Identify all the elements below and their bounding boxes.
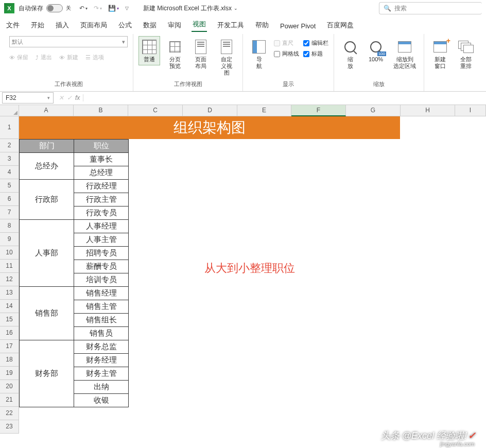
row-header-11[interactable]: 11 <box>0 260 19 273</box>
position-cell[interactable]: 销售经理 <box>74 286 129 300</box>
position-cell[interactable]: 财务总监 <box>74 340 129 353</box>
col-header-E[interactable]: E <box>237 105 291 116</box>
normal-view-button[interactable]: 普通 <box>138 36 160 65</box>
col-header-D[interactable]: D <box>183 105 237 116</box>
row-header-4[interactable]: 4 <box>0 166 19 179</box>
row-header-21[interactable]: 21 <box>0 393 19 407</box>
dept-cell[interactable]: 财务部 <box>20 340 74 407</box>
position-cell[interactable]: 收银 <box>74 393 129 407</box>
position-cell[interactable]: 总经理 <box>74 166 129 179</box>
col-header-H[interactable]: H <box>401 105 455 116</box>
undo-button[interactable]: ↶▾ <box>79 5 88 12</box>
tab-文件[interactable]: 文件 <box>5 19 21 32</box>
tab-数据[interactable]: 数据 <box>142 19 158 32</box>
tab-页面布局[interactable]: 页面布局 <box>79 19 108 32</box>
tab-视图[interactable]: 视图 <box>192 18 207 32</box>
row-header-9[interactable]: 9 <box>0 233 19 246</box>
row-header-3[interactable]: 3 <box>0 152 19 166</box>
position-cell[interactable]: 出纳 <box>74 380 129 393</box>
zoom-button[interactable]: 缩 放 <box>339 36 361 72</box>
new-window-button[interactable]: 新建窗口 <box>429 36 451 72</box>
position-cell[interactable]: 销售主管 <box>74 300 129 313</box>
row-header-18[interactable]: 18 <box>0 353 19 367</box>
qat-more[interactable]: ▽ <box>125 6 129 11</box>
redo-button[interactable]: ↷▾ <box>94 5 102 12</box>
row-header-16[interactable]: 16 <box>0 326 19 340</box>
row-header-12[interactable]: 12 <box>0 273 19 286</box>
options-view-button[interactable]: ☰选项 <box>85 54 104 61</box>
document-title[interactable]: 新建 Microsoft Excel 工作表.xlsx ⌄ <box>143 4 238 13</box>
position-cell[interactable]: 财务主管 <box>74 367 129 380</box>
col-header-F[interactable]: F <box>291 105 346 116</box>
headings-checkbox[interactable]: 标题 <box>303 50 328 58</box>
header-dept[interactable]: 部门 <box>20 139 74 152</box>
sheet-view-combo[interactable]: 默认▾ <box>9 36 128 47</box>
enter-formula-button[interactable]: ✓ <box>67 94 72 101</box>
save-button[interactable]: 💾▾ <box>108 5 119 12</box>
position-cell[interactable]: 行政主管 <box>74 193 129 206</box>
position-cell[interactable]: 行政经理 <box>74 179 129 193</box>
position-cell[interactable]: 销售员 <box>74 326 129 340</box>
position-cell[interactable]: 销售组长 <box>74 313 129 326</box>
col-header-I[interactable]: I <box>455 105 486 116</box>
row-header-13[interactable]: 13 <box>0 286 19 300</box>
dept-cell[interactable]: 行政部 <box>20 179 74 219</box>
row-header-23[interactable]: 23 <box>0 420 19 434</box>
position-cell[interactable]: 财务经理 <box>74 353 129 367</box>
tab-审阅[interactable]: 审阅 <box>167 19 182 32</box>
col-header-B[interactable]: B <box>74 105 128 116</box>
new-view-button[interactable]: 👁新建 <box>59 54 78 61</box>
col-header-C[interactable]: C <box>128 105 183 116</box>
exit-view-button[interactable]: ⤴退出 <box>36 54 52 61</box>
tab-开始[interactable]: 开始 <box>30 19 45 32</box>
dept-cell[interactable]: 人事部 <box>20 219 74 286</box>
zoom-100-button[interactable]: 100 100% <box>365 36 387 65</box>
col-header-A[interactable]: A <box>19 105 74 116</box>
title-cell[interactable]: 组织架构图 <box>19 116 400 139</box>
tab-开发工具[interactable]: 开发工具 <box>216 19 245 32</box>
cancel-formula-button[interactable]: ✕ <box>59 94 64 101</box>
dept-cell[interactable]: 总经办 <box>20 152 74 179</box>
position-cell[interactable]: 行政专员 <box>74 206 129 219</box>
position-cell[interactable]: 人事主管 <box>74 233 129 246</box>
formula-bar-checkbox[interactable]: 编辑栏 <box>303 39 328 47</box>
position-cell[interactable]: 招聘专员 <box>74 246 129 260</box>
position-cell[interactable]: 董事长 <box>74 152 129 166</box>
gridlines-checkbox[interactable]: 网格线 <box>274 50 299 58</box>
page-layout-button[interactable]: 页面布局 <box>190 36 212 72</box>
row-header-20[interactable]: 20 <box>0 380 19 393</box>
row-header-10[interactable]: 10 <box>0 246 19 260</box>
position-cell[interactable]: 薪酬专员 <box>74 260 129 273</box>
position-cell[interactable]: 培训专员 <box>74 273 129 286</box>
row-header-22[interactable]: 22 <box>0 407 19 420</box>
name-box[interactable]: F32 ▾ <box>2 92 54 104</box>
col-header-G[interactable]: G <box>346 105 401 116</box>
navigation-button[interactable]: 导 航 <box>248 36 270 72</box>
row-header-2[interactable]: 2 <box>0 139 19 152</box>
tab-Power Pivot[interactable]: Power Pivot <box>279 20 317 32</box>
autosave-toggle[interactable] <box>46 4 63 12</box>
row-header-5[interactable]: 5 <box>0 179 19 193</box>
row-header-17[interactable]: 17 <box>0 340 19 353</box>
dept-cell[interactable]: 销售部 <box>20 286 74 340</box>
tab-帮助[interactable]: 帮助 <box>254 19 270 32</box>
row-header-6[interactable]: 6 <box>0 193 19 206</box>
arrange-all-button[interactable]: 全部重排 <box>455 36 477 72</box>
custom-view-button[interactable]: 自定义视图 <box>216 36 237 79</box>
page-break-button[interactable]: 分页 预览 <box>164 36 186 72</box>
row-header-8[interactable]: 8 <box>0 219 19 233</box>
row-header-19[interactable]: 19 <box>0 367 19 380</box>
ruler-checkbox[interactable]: 直尺 <box>274 39 299 47</box>
keep-view-button[interactable]: 👁保留 <box>9 54 28 61</box>
tab-插入[interactable]: 插入 <box>55 19 70 32</box>
row-header-1[interactable]: 1 <box>0 116 19 139</box>
position-cell[interactable]: 人事经理 <box>74 219 129 233</box>
select-all-corner[interactable] <box>0 105 19 116</box>
zoom-selection-button[interactable]: 缩放到 选定区域 <box>391 36 419 72</box>
header-pos[interactable]: 职位 <box>74 139 129 152</box>
fx-button[interactable]: fx <box>75 94 80 101</box>
row-header-14[interactable]: 14 <box>0 300 19 313</box>
search-input[interactable]: 🔍 搜索 <box>379 2 482 14</box>
formula-input[interactable] <box>85 92 486 104</box>
row-header-7[interactable]: 7 <box>0 206 19 219</box>
